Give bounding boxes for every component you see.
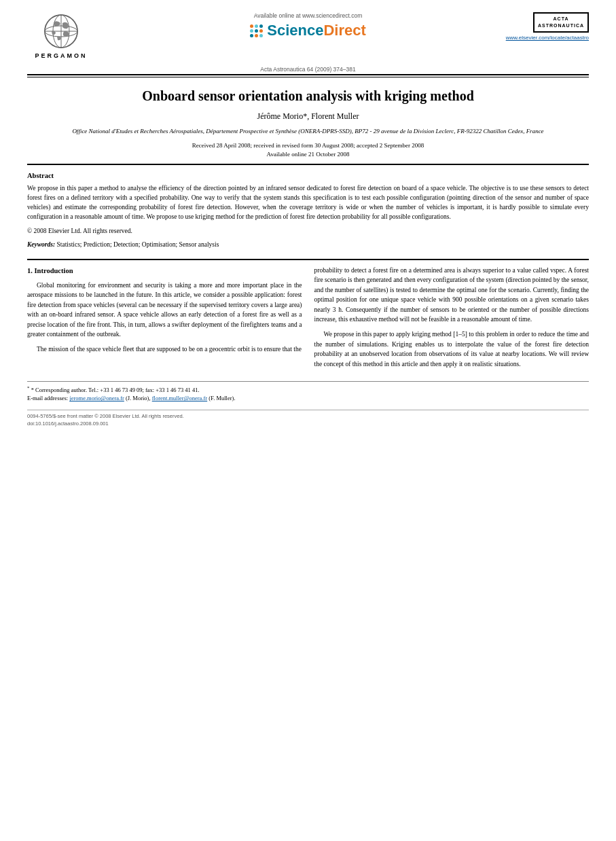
received-dates: Received 28 April 2008; received in revi… xyxy=(192,142,424,149)
bottom-issn: 0094-5765/$-see front matter © 2008 Else… xyxy=(27,412,589,420)
section-1-title: 1. Introduction xyxy=(27,266,302,276)
email2-person: (F. Muller). xyxy=(209,395,235,401)
article-header: Onboard sensor orientation analysis with… xyxy=(0,77,616,160)
email-label: E-mail addresses: xyxy=(27,395,68,401)
footnote-email: E-mail addresses: jerome.morio@onera.fr … xyxy=(27,394,589,402)
intro-paragraph-2: The mission of the space vehicle fleet t… xyxy=(27,344,302,354)
sd-dot-3 xyxy=(259,24,263,28)
acta-logo: ACTAASTRONAUTICA www.elsevier.com/locate… xyxy=(521,12,589,41)
pergamon-text: PERGAMON xyxy=(35,52,87,59)
bottom-doi: doi:10.1016/j.actaastro.2008.09.001 xyxy=(27,420,589,427)
sd-dot-6 xyxy=(259,29,263,33)
journal-citation: Acta Astronautica 64 (2009) 374–381 xyxy=(260,66,355,73)
article-dates: Received 28 April 2008; received in revi… xyxy=(27,141,589,160)
sd-dot-4 xyxy=(250,29,253,33)
section-label: Introduction xyxy=(35,267,73,274)
email-link-2[interactable]: florent.muller@onera.fr xyxy=(152,395,207,401)
article-title: Onboard sensor orientation analysis with… xyxy=(27,87,589,105)
sd-dot-9 xyxy=(259,34,263,37)
bottom-bar: 0094-5765/$-see front matter © 2008 Else… xyxy=(27,410,589,428)
pergamon-globe-icon xyxy=(42,12,80,50)
sd-dot-8 xyxy=(255,34,258,37)
body-columns: 1. Introduction Global monitoring for en… xyxy=(0,260,616,381)
abstract-section: Abstract We propose in this paper a meth… xyxy=(0,165,616,259)
pergamon-logo: PERGAMON xyxy=(27,12,95,59)
col-right: probability to detect a forest fire on a… xyxy=(314,266,590,374)
section-number: 1. xyxy=(27,267,35,274)
sd-dot-7 xyxy=(250,34,253,37)
abstract-text: We propose in this paper a method to ana… xyxy=(27,183,589,222)
header-top: PERGAMON Available online at www.science… xyxy=(27,12,589,59)
col-left: 1. Introduction Global monitoring for en… xyxy=(27,266,302,374)
acta-box: ACTAASTRONAUTICA xyxy=(533,12,589,33)
sd-dot-5 xyxy=(255,29,258,33)
sd-dots xyxy=(250,24,263,37)
article-authors: Jérôme Morio*, Florent Muller xyxy=(27,111,589,122)
article-affiliation: Office National d'Etudes et Recherches A… xyxy=(27,127,589,136)
email-link-1[interactable]: jerome.morio@onera.fr xyxy=(69,395,124,401)
available-online-text: Available online at www.sciencedirect.co… xyxy=(254,12,363,19)
keywords-text: Statistics; Prediction; Detection; Optim… xyxy=(57,241,219,248)
sd-dot-1 xyxy=(250,24,253,28)
available-online-date: Available online 21 October 2008 xyxy=(267,151,350,158)
intro-right-paragraph-2: We propose in this paper to apply krigin… xyxy=(314,329,590,369)
email1-person: (J. Morio), xyxy=(126,395,151,401)
keywords-label: Keywords: xyxy=(27,241,55,248)
elsevier-link[interactable]: www.elsevier.com/locate/actaastro xyxy=(506,35,589,41)
page: PERGAMON Available online at www.science… xyxy=(0,0,616,841)
sd-dot-2 xyxy=(255,24,258,28)
acta-logo-line1: ACTAASTRONAUTICA xyxy=(538,16,584,29)
keywords-line: Keywords: Statistics; Prediction; Detect… xyxy=(27,241,589,248)
abstract-title: Abstract xyxy=(27,172,589,179)
header: PERGAMON Available online at www.science… xyxy=(0,0,616,74)
copyright-text: © 2008 Elsevier Ltd. All rights reserved… xyxy=(27,226,589,236)
sciencedirect-text: ScienceDirect xyxy=(267,22,366,39)
footnote-corresponding: * * Corresponding author. Tel.: +33 1 46… xyxy=(27,384,589,394)
intro-right-paragraph-1: probability to detect a forest fire on a… xyxy=(314,266,590,325)
header-divider-thick xyxy=(27,74,589,75)
footnote-section: * * Corresponding author. Tel.: +33 1 46… xyxy=(27,381,589,402)
sciencedirect-logo: ScienceDirect xyxy=(250,22,366,39)
center-header: Available online at www.sciencedirect.co… xyxy=(95,12,521,42)
intro-paragraph-1: Global monitoring for environment and se… xyxy=(27,281,302,340)
